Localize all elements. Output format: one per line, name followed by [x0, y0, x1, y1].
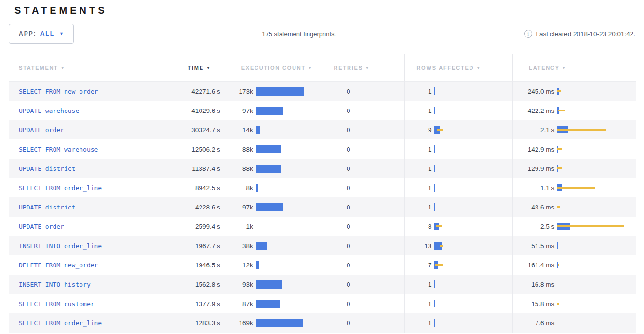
column-header-execution-count[interactable]: EXECUTION COUNT▼ — [225, 54, 324, 82]
latency-value: 16.8 ms — [513, 281, 554, 288]
rows-affected-value: 1 — [405, 300, 431, 307]
latency-cell: 129.9 ms — [513, 159, 636, 178]
rows-affected-value: 7 — [405, 262, 431, 269]
table-row: UPDATE order30324.7 s14k092.1 s — [9, 120, 636, 139]
rows-affected-bar-mean-bar — [434, 280, 435, 288]
rows-affected-bar — [434, 299, 507, 308]
statement-link[interactable]: SELECT FROM customer — [19, 300, 94, 307]
rows-affected-bar-stddev-bar — [437, 129, 443, 131]
statement-link[interactable]: UPDATE district — [19, 204, 75, 211]
execution-count-value: 12k — [225, 262, 253, 269]
time-cell: 1967.7 s — [174, 236, 225, 255]
time-value: 42271.6 s — [191, 88, 220, 95]
retries-value: 0 — [324, 320, 350, 327]
execution-count-value: 97k — [225, 107, 253, 114]
retries-value: 0 — [324, 262, 350, 269]
statement-cell: INSERT INTO history — [9, 275, 174, 294]
rows-affected-bar-mean-bar — [434, 319, 435, 327]
retries-value: 0 — [324, 242, 350, 250]
table-row: INSERT INTO order_line1967.7 s38k01351.5… — [9, 236, 636, 255]
info-icon[interactable]: i — [524, 30, 532, 38]
latency-bar — [557, 125, 633, 134]
time-value: 11387.4 s — [192, 165, 220, 172]
rows-affected-value: 1 — [405, 88, 431, 95]
retries-cell: 0 — [324, 217, 405, 236]
retries-cell: 0 — [324, 82, 405, 101]
latency-value: 161.4 ms — [513, 262, 554, 269]
rows-affected-bar — [434, 87, 507, 96]
rows-affected-cell: 1 — [405, 275, 513, 294]
rows-affected-bar-mean-bar — [434, 107, 435, 114]
rows-affected-bar — [434, 164, 507, 173]
execution-count-cell: 87k — [225, 294, 324, 313]
execution-count-cell: 8k — [225, 178, 324, 197]
execution-count-cell: 88k — [225, 139, 324, 159]
column-header-latency[interactable]: LATENCY▼ — [513, 54, 636, 82]
rows-affected-bar-mean-bar — [434, 165, 435, 172]
statement-link[interactable]: SELECT FROM order_line — [19, 184, 102, 192]
execution-count-cell: 14k — [225, 120, 324, 139]
column-header-time[interactable]: TIME▼ — [174, 54, 225, 82]
time-cell: 4228.6 s — [174, 197, 225, 217]
table-row: UPDATE district4228.6 s97k0143.6 ms — [9, 197, 636, 217]
rows-affected-cell: 1 — [405, 197, 513, 217]
execution-count-bar — [256, 145, 281, 153]
statement-link[interactable]: UPDATE order — [19, 223, 64, 230]
rows-affected-value: 9 — [405, 126, 431, 134]
statement-link[interactable]: SELECT FROM new_order — [19, 88, 98, 95]
latency-value: 7.6 ms — [513, 320, 554, 327]
statement-link[interactable]: SELECT FROM warehouse — [19, 146, 98, 153]
rows-affected-cell: 1 — [405, 159, 513, 178]
retries-cell: 0 — [324, 159, 405, 178]
statement-link[interactable]: UPDATE warehouse — [19, 107, 79, 114]
time-cell: 11387.4 s — [174, 159, 225, 178]
statement-link[interactable]: UPDATE district — [19, 165, 75, 172]
retries-value: 0 — [324, 165, 350, 172]
column-header-statement[interactable]: STATEMENT▼ — [9, 54, 174, 82]
execution-count-value: 97k — [225, 204, 253, 211]
statement-link[interactable]: SELECT FROM order_line — [19, 320, 102, 327]
retries-value: 0 — [324, 184, 350, 192]
latency-bar — [557, 87, 633, 96]
latency-value: 2.5 s — [513, 223, 554, 230]
sort-arrow-icon: ▼ — [562, 66, 567, 70]
sort-arrow-icon: ▼ — [365, 66, 370, 70]
latency-cell: 161.4 ms — [513, 255, 636, 275]
statement-cell: SELECT FROM new_order — [9, 82, 174, 101]
retries-value: 0 — [324, 300, 350, 307]
execution-count-value: 169k — [225, 320, 253, 327]
statement-link[interactable]: UPDATE order — [19, 126, 64, 134]
table-row: SELECT FROM new_order42271.6 s173k01245.… — [9, 82, 636, 101]
app-filter-dropdown[interactable]: APP: ALL ▼ — [9, 24, 74, 44]
column-header-rows-affected[interactable]: ROWS AFFECTED▼ — [405, 54, 513, 82]
page-title: STATEMENTS — [14, 5, 644, 16]
column-header-retries[interactable]: RETRIES▼ — [324, 54, 405, 82]
rows-affected-bar — [434, 222, 507, 231]
statement-link[interactable]: INSERT INTO order_line — [19, 242, 102, 250]
statement-link[interactable]: INSERT INTO history — [19, 281, 91, 288]
rows-affected-cell: 13 — [405, 236, 513, 255]
rows-affected-cell: 1 — [405, 178, 513, 197]
rows-affected-bar — [434, 125, 507, 134]
retries-cell: 0 — [324, 255, 405, 275]
time-value: 1562.8 s — [195, 281, 220, 288]
execution-count-value: 88k — [225, 146, 253, 153]
latency-value: 422.2 ms — [513, 107, 554, 114]
execution-count-value: 88k — [225, 165, 253, 172]
execution-count-cell: 38k — [225, 236, 324, 255]
execution-count-bar — [256, 300, 280, 308]
latency-bar — [557, 222, 633, 231]
statement-cell: UPDATE order — [9, 217, 174, 236]
latency-cell: 142.9 ms — [513, 139, 636, 159]
rows-affected-bar-mean-bar — [434, 145, 435, 153]
app-filter-value: ALL — [40, 30, 54, 37]
execution-count-cell: 97k — [225, 101, 324, 120]
latency-cell: 51.5 ms — [513, 236, 636, 255]
statement-link[interactable]: DELETE FROM new_order — [19, 262, 98, 269]
time-value: 8942.5 s — [195, 184, 220, 192]
retries-cell: 0 — [324, 197, 405, 217]
rows-affected-bar — [434, 261, 507, 269]
execution-count-bar — [256, 87, 304, 96]
time-value: 1967.7 s — [195, 242, 220, 250]
retries-value: 0 — [324, 223, 350, 230]
